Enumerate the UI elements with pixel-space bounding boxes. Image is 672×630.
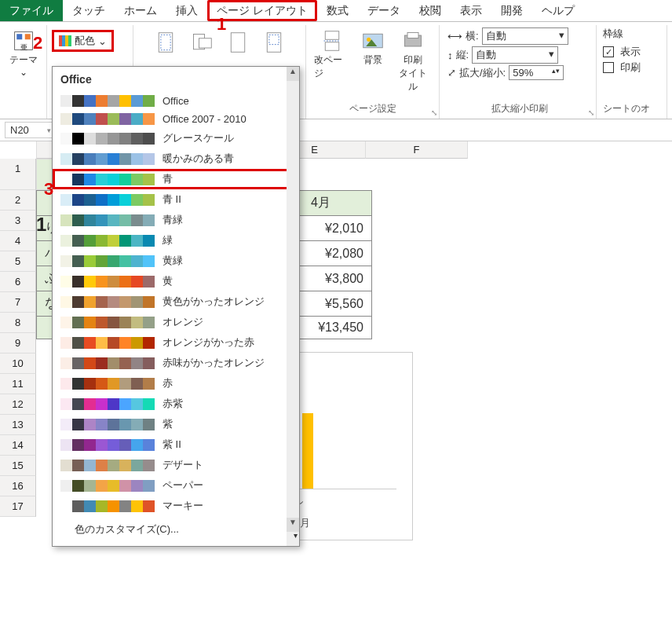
size-icon [225,30,250,55]
scale-spinner[interactable]: 59%▴▾ [509,65,564,80]
swatch-strip [60,174,155,185]
tab-touch[interactable]: タッチ [63,0,115,21]
swatch-strip [60,317,155,328]
scheme-オレンジがかった赤[interactable]: オレンジがかった赤 [53,332,299,353]
gridlines-show-check[interactable]: ✓表示 [603,45,641,59]
svg-rect-18 [407,33,418,38]
scheme-デザート[interactable]: デザート [53,455,299,475]
swatch-strip [60,480,155,492]
scheme-label: オレンジがかった赤 [163,335,254,350]
dropdown-scrollbar[interactable]: ▲ ▼ [287,67,299,546]
scheme-label: マーキー [163,499,203,513]
col-header: F [366,141,468,159]
print-titles-icon [400,28,425,53]
scheme-緑[interactable]: 緑 [53,230,299,251]
background-icon [360,28,385,53]
swatch-strip [60,194,155,206]
svg-rect-2 [24,34,30,39]
scroll-up-icon[interactable]: ▲ [287,67,299,81]
customize-colors[interactable]: 色のカスタマイズ(C)... [53,516,299,543]
swatch-strip [60,296,155,308]
swatch-strip [60,439,155,451]
swatch-strip [60,276,155,288]
scheme-label: 青緑 [163,213,183,227]
themes-label: テーマ [9,53,38,67]
expand-icon[interactable]: ▾ [294,531,298,540]
dialog-launcher-icon[interactable]: ⤡ [431,108,437,117]
scheme-黄緑[interactable]: 黄緑 [53,251,299,271]
scheme-暖かみのある青[interactable]: 暖かみのある青 [53,148,299,169]
chevron-down-icon: ⌄ [98,35,107,47]
print-titles-button[interactable]: 印刷 タイトル [392,27,435,95]
callout-3: 3 [44,179,53,200]
background-button[interactable]: 背景 [357,27,389,95]
width-icon: ⟷ [447,31,462,42]
colors-dropdown-button[interactable]: 配色 ⌄ [52,30,114,52]
scheme-label: 緑 [163,233,173,247]
row-headers: 1 234 567 8910 111213 141516 17 [0,159,36,540]
scheme-label: 赤 [163,376,173,390]
scheme-label: 紫 II [163,438,181,452]
tab-file[interactable]: ファイル [0,0,63,21]
scheme-赤紫[interactable]: 赤紫 [53,394,299,414]
scheme-黄[interactable]: 黄 [53,271,299,291]
scheme-Office[interactable]: Office [53,92,299,110]
scroll-down-icon[interactable]: ▼ [287,518,299,532]
width-combo[interactable]: 自動▾ [482,27,568,45]
tab-developer[interactable]: 開発 [491,0,532,21]
scheme-グレースケール[interactable]: グレースケール [53,128,299,148]
scheme-青緑[interactable]: 青緑 [53,210,299,230]
margins-button[interactable] [150,28,181,57]
scheme-label: 青 II [163,192,181,207]
scheme-label: オレンジ [163,315,203,329]
tab-formulas[interactable]: 数式 [317,0,358,21]
scheme-赤[interactable]: 赤 [53,373,299,394]
scheme-青[interactable]: 青 [53,169,299,189]
orientation-button[interactable] [186,28,217,57]
tab-help[interactable]: ヘルプ [532,0,584,21]
tab-review[interactable]: 校閲 [410,0,451,21]
scheme-label: ペーパー [163,478,203,493]
svg-rect-1 [16,34,22,39]
scheme-マーキー[interactable]: マーキー [53,496,299,516]
scheme-黄色がかったオレンジ[interactable]: 黄色がかったオレンジ [53,291,299,312]
print-area-button[interactable] [258,28,290,57]
dropdown-header: Office [53,67,299,92]
scheme-label: デザート [163,458,203,472]
swatch-strip [60,460,155,471]
scheme-赤味がかったオレンジ[interactable]: 赤味がかったオレンジ [53,353,299,373]
page-setup-group-label: ページ設定 [349,102,396,115]
tab-home[interactable]: ホーム [115,0,166,21]
dialog-launcher-icon[interactable]: ⤡ [588,108,594,117]
size-button[interactable] [222,28,254,57]
scheme-紫[interactable]: 紫 [53,414,299,434]
scheme-ペーパー[interactable]: ペーパー [53,475,299,496]
gridlines-print-check[interactable]: 印刷 [603,60,641,75]
page-breaks-button[interactable]: 改ページ [311,27,354,95]
scale-icon: ⤢ [447,67,456,79]
scheme-label: Office [163,95,189,107]
tab-insert[interactable]: 挿入 [166,0,207,21]
tab-data[interactable]: データ [358,0,410,21]
scale-group-label: 拡大縮小印刷 [491,102,548,115]
swatch-strip [60,113,155,125]
scheme-青 II[interactable]: 青 II [53,189,299,210]
scheme-紫 II[interactable]: 紫 II [53,434,299,455]
tab-view[interactable]: 表示 [451,0,491,21]
color-scheme-dropdown: Office OfficeOffice 2007 - 2010グレースケール暖か… [52,66,300,547]
color-swatch-icon [59,35,71,46]
callout-1: 1 [217,14,226,35]
swatch-strip [60,153,155,165]
swatch-strip [60,398,155,410]
colors-label: 配色 [75,34,95,48]
scheme-オレンジ[interactable]: オレンジ [53,312,299,332]
svg-rect-11 [326,31,340,40]
scheme-label: Office 2007 - 2010 [163,113,247,125]
chevron-down-icon: ⌄ [20,67,27,78]
height-combo[interactable]: 自動▾ [472,46,558,64]
swatch-strip [60,95,155,107]
scheme-Office 2007 - 2010[interactable]: Office 2007 - 2010 [53,110,299,128]
swatch-strip [60,133,155,145]
scheme-label: 黄 [163,274,173,288]
swatch-strip [60,378,155,390]
